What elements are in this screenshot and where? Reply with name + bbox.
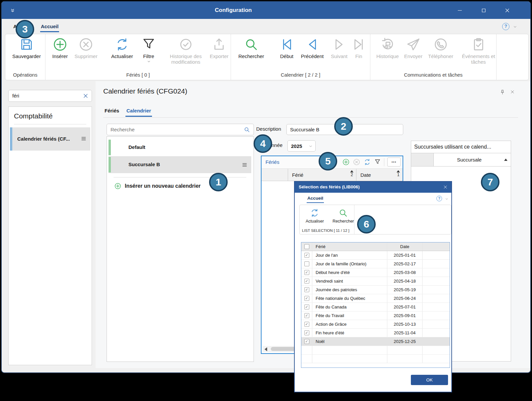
hamburger-icon[interactable] [241, 162, 248, 168]
first-button[interactable]: Début [277, 37, 296, 59]
ok-button[interactable]: OK [411, 375, 448, 385]
scroll-left-icon[interactable] [265, 347, 267, 351]
row-checkbox[interactable] [304, 261, 309, 266]
year-value: 2025 [291, 143, 302, 149]
sort-asc-icon [504, 159, 507, 161]
row-checkbox[interactable]: ✓ [304, 270, 309, 275]
header-ferie[interactable]: Férié [312, 242, 387, 251]
plus-circle-icon [52, 37, 68, 52]
more-options-button[interactable]: ••• [387, 158, 401, 167]
comm-history-label: Historique [376, 53, 399, 59]
insert-calendar-label: Insérer un nouveau calendrier [125, 183, 201, 189]
hamburger-icon[interactable] [80, 135, 87, 142]
dialog-tab-accueil[interactable]: Accueil [307, 196, 323, 201]
last-button: Fin [351, 37, 366, 59]
save-button[interactable]: Sauvegarder [9, 37, 44, 59]
header-date[interactable]: Date [387, 242, 422, 251]
sidebar-item-calendrier-feries[interactable]: Calendrier fériés (CF... [10, 127, 90, 151]
sidebar-item-label: Calendrier fériés (CF... [17, 136, 70, 142]
row-checkbox[interactable]: ✓ [304, 339, 309, 344]
year-select[interactable]: 2025 [287, 140, 316, 152]
funnel-icon [141, 37, 156, 52]
dialog-search-button[interactable]: Rechercher [333, 208, 354, 224]
column-label: Férié [292, 172, 303, 178]
tab-feries[interactable]: Fériés [105, 108, 119, 113]
holiday-date: 2025-06-24 [387, 294, 422, 302]
search-icon[interactable] [244, 126, 250, 133]
row-checkbox[interactable]: ✓ [304, 296, 309, 301]
export-label: Exporter [210, 53, 229, 59]
dialog-refresh-button[interactable]: Actualiser [306, 208, 324, 224]
insert-calendar-link[interactable]: Insérer un nouveau calendrier [114, 181, 201, 191]
row-checkbox[interactable]: ✓ [304, 253, 309, 258]
table-row[interactable]: Jour de la famille (Ontario) 2025-02-17 [301, 260, 450, 268]
events-tasks-label: Événements et tâches [461, 53, 496, 65]
tab-calendrier[interactable]: Calendrier [126, 108, 151, 113]
table-row[interactable]: ✓ Fête nationale du Québec 2025-06-24 [301, 294, 450, 303]
plus-circle-icon [114, 182, 121, 190]
branches-column-headers: Succursale [411, 153, 511, 167]
row-checkbox[interactable]: ✓ [304, 313, 309, 318]
row-checkbox[interactable]: ✓ [304, 279, 309, 284]
holiday-date: 2025-10-13 [387, 320, 422, 328]
skip-start-icon [279, 37, 294, 52]
previous-button[interactable]: Précédent [297, 37, 327, 59]
filter-grid-icon[interactable] [374, 159, 381, 166]
row-checkbox[interactable]: ✓ [304, 322, 309, 327]
row-checkbox[interactable]: ✓ [304, 330, 309, 335]
sort-order: 1 [397, 172, 400, 177]
table-row[interactable]: ✓ Fête du Travail 2025-09-01 [301, 311, 450, 320]
holiday-date: 2025-03-08 [387, 268, 422, 277]
close-document-icon[interactable] [510, 89, 515, 95]
column-header-ferie[interactable]: Férié 2 [288, 169, 356, 181]
row-checkbox[interactable]: ✓ [304, 304, 309, 309]
table-row[interactable]: ✓ Début heure d'été 2025-03-08 [301, 268, 450, 277]
pin-icon[interactable] [499, 89, 505, 95]
row-checkbox[interactable]: ✓ [304, 287, 309, 292]
sidebar-search-input[interactable]: féri [8, 90, 92, 102]
list-item-default[interactable]: Default [109, 139, 251, 156]
quick-access-icon[interactable] [9, 7, 16, 14]
annotation-badge-6: 6 [357, 215, 376, 234]
refresh-button[interactable]: Actualiser [106, 37, 138, 59]
column-header-succursale[interactable]: Succursale [434, 153, 511, 166]
close-button[interactable] [500, 6, 514, 15]
table-row[interactable]: ✓ Fin heure d'été 2025-11-04 [301, 329, 450, 337]
annotation-badge-4: 4 [254, 134, 272, 153]
export-icon [211, 37, 227, 52]
select-all-checkbox[interactable] [304, 244, 309, 249]
magnifier-icon [338, 208, 348, 218]
add-row-icon[interactable] [342, 158, 350, 166]
table-row[interactable]: ✓ Vendredi saint 2025-04-18 [301, 277, 450, 286]
selection-bar [10, 127, 12, 151]
minimize-button[interactable] [452, 6, 467, 15]
skip-end-icon [351, 37, 366, 52]
table-row[interactable]: ✓ Journée des patriotes 2025-05-19 [301, 286, 450, 294]
phone-icon [433, 37, 448, 52]
filter-button[interactable]: Filtre [139, 37, 158, 64]
list-item-succursale-b[interactable]: Succursale B [109, 156, 251, 173]
send-button: Envoyer [402, 37, 424, 59]
maximize-button[interactable] [476, 6, 491, 15]
search-button[interactable]: Rechercher [235, 37, 267, 59]
column-header-date[interactable]: Date 1 [356, 169, 403, 181]
comm-history-button: Historique [374, 37, 401, 59]
history-mods-label: Historique des modifications [165, 53, 206, 65]
tab-accueil[interactable]: Accueil [41, 24, 58, 29]
dialog-close-icon[interactable] [443, 184, 448, 190]
refresh-grid-icon[interactable] [363, 158, 371, 166]
chevron-down-icon[interactable] [445, 197, 449, 201]
clear-search-icon[interactable] [82, 93, 89, 99]
chevron-down-icon[interactable] [513, 25, 517, 29]
table-row[interactable]: ✓ Fête du Canada 2025-07-01 [301, 303, 450, 311]
calendar-search-input[interactable]: Recherche [107, 124, 254, 135]
table-row-selected[interactable]: ✓ Noël 2025-12-25 [301, 337, 450, 346]
insert-button[interactable]: Insérer [49, 37, 71, 59]
help-icon[interactable]: ? [502, 23, 509, 30]
annotation-badge-5: 5 [319, 152, 337, 170]
table-row[interactable]: ✓ Jour de l'an 2025-01-01 [301, 251, 450, 260]
previous-label: Précédent [301, 53, 324, 59]
table-row[interactable]: ✓ Action de Grâce 2025-10-13 [301, 320, 450, 329]
dialog-help-icon[interactable]: ? [436, 196, 442, 201]
holiday-name: Jour de l'an [312, 251, 387, 259]
